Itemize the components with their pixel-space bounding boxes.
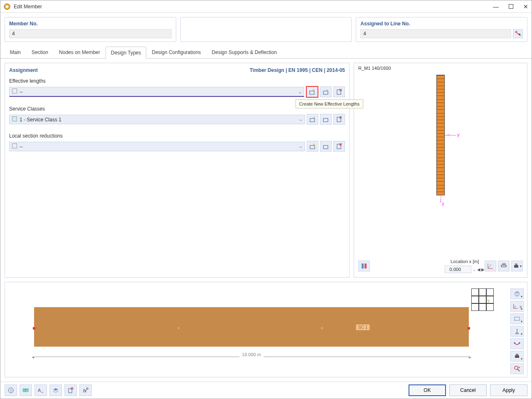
section-view: y→ ↓z — [357, 71, 525, 257]
print-icon — [514, 353, 520, 360]
view-toolbar: ▾ -y▾ ▾ ▾ ▾ — [510, 288, 524, 374]
location-prev-button[interactable]: ◀ — [477, 267, 480, 272]
location-next-button[interactable]: ▶ — [481, 267, 485, 272]
create-effective-lengths-button[interactable]: Create New Effective Lengths — [306, 86, 318, 98]
effective-lengths-combo[interactable]: -- ⌵ — [9, 87, 304, 97]
tab-main[interactable]: Main — [5, 46, 26, 58]
units-button[interactable]: 0.00 — [20, 384, 32, 396]
print-icon — [513, 263, 520, 269]
ok-button[interactable]: OK — [409, 384, 446, 396]
cube-icon — [514, 291, 520, 297]
dimension-icon: 100 — [500, 263, 507, 269]
apply-button[interactable]: Apply — [490, 384, 527, 396]
print-section-button[interactable]: ▾ — [511, 261, 523, 271]
design-standard: Timber Design | EN 1995 | CEN | 2014-05 — [250, 67, 345, 73]
formula-button[interactable]: fx — [79, 384, 92, 396]
beam-graphic — [34, 307, 469, 347]
tool-axes[interactable]: -y▾ — [510, 301, 524, 312]
location-dropdown-icon[interactable]: ⌵ — [473, 267, 475, 272]
member-no-panel: Member No. 4 — [5, 17, 176, 42]
tab-design-configurations[interactable]: Design Configurations — [146, 46, 206, 58]
cancel-button[interactable]: Cancel — [449, 384, 487, 396]
local-reductions-combo[interactable]: -- ⌵ — [9, 142, 305, 151]
edit-effective-lengths-button[interactable] — [320, 86, 332, 97]
text-icon: A — [37, 387, 44, 394]
titlebar: Edit Member — ✕ — [0, 0, 532, 13]
clear-assigned-button[interactable] — [513, 29, 523, 38]
arrow-left-icon: ◂ — [32, 354, 34, 360]
nav-cube[interactable]: -y — [471, 288, 494, 311]
formula-icon: fx — [82, 387, 89, 394]
delete-service-class-button[interactable] — [333, 114, 345, 125]
app-icon — [4, 3, 10, 10]
tabs-bar: Main Section Nodes on Member Design Type… — [0, 46, 532, 59]
tab-design-types[interactable]: Design Types — [106, 47, 147, 59]
local-reductions-label: Local section reductions — [9, 133, 345, 139]
svg-text:A: A — [38, 388, 41, 393]
tool-supports[interactable]: ▾ — [510, 326, 524, 337]
member-view: SC 1 ◂ 18.000 m ▸ -y ▾ -y▾ ▾ ▾ ▾ — [5, 282, 527, 377]
edit-item-icon — [323, 89, 329, 95]
new-item-icon — [309, 143, 316, 150]
svg-rect-6 — [323, 118, 328, 122]
axis-y: y→ — [446, 132, 451, 137]
service-classes-label: Service Classes — [9, 106, 345, 112]
assigned-line-field: 4 — [360, 29, 511, 38]
assignment-pane: Assignment Timber Design | EN 1995 | CEN… — [5, 63, 350, 278]
tab-section[interactable]: Section — [26, 46, 54, 58]
create-local-reduction-button[interactable] — [307, 141, 318, 152]
create-service-class-button[interactable] — [307, 114, 318, 125]
text-settings-button[interactable]: A — [34, 384, 47, 396]
copy-delete-icon — [67, 387, 74, 394]
tool-display[interactable]: ▾ — [510, 313, 524, 324]
tooltip: Create New Effective Lengths — [296, 99, 363, 108]
layers-button[interactable] — [49, 384, 62, 396]
tab-design-supports-deflection[interactable]: Design Supports & Deflection — [206, 46, 282, 58]
maximize-button[interactable] — [509, 4, 513, 9]
mid-dot-2 — [321, 327, 323, 329]
edit-local-reduction-button[interactable] — [320, 141, 332, 152]
minimize-button[interactable]: — — [493, 3, 499, 10]
assigned-line-panel: Assigned to Line No. 4 — [356, 17, 527, 42]
chevron-down-icon: ⌵ — [298, 89, 301, 95]
chevron-down-icon: ⌵ — [299, 143, 302, 149]
chevron-down-icon: ⌵ — [299, 116, 302, 122]
tab-nodes-on-member[interactable]: Nodes on Member — [54, 46, 106, 58]
svg-rect-3 — [323, 91, 328, 94]
tool-print[interactable]: ▾ — [510, 351, 524, 362]
new-item-icon — [309, 89, 315, 95]
svg-rect-20 — [515, 355, 519, 358]
view-settings-button[interactable] — [358, 261, 370, 271]
svg-point-30 — [86, 388, 88, 389]
node-end — [468, 327, 470, 330]
member-no-label: Member No. — [9, 21, 172, 27]
edit-service-class-button[interactable] — [320, 114, 332, 125]
axes-icon — [487, 263, 494, 269]
delete-effective-lengths-button[interactable] — [333, 86, 345, 97]
dimension-toggle-button[interactable]: 100 — [498, 261, 510, 271]
service-classes-combo[interactable]: 1 - Service Class 1 ⌵ — [9, 115, 305, 124]
edit-item-icon — [323, 116, 329, 123]
svg-point-19 — [519, 342, 520, 344]
svg-rect-8 — [310, 145, 315, 149]
svg-rect-2 — [310, 91, 314, 94]
copy-settings-button[interactable] — [64, 384, 77, 396]
section-preview-pane: R_M1 140/1600 y→ ↓z Location x [m] 0.000… — [354, 63, 527, 278]
svg-rect-15 — [514, 265, 518, 268]
axis-z: ↓z — [439, 198, 442, 203]
help-button[interactable]: ? — [5, 384, 17, 396]
svg-rect-12 — [365, 264, 367, 268]
tool-deflection[interactable] — [510, 338, 524, 349]
mid-dot-1 — [177, 327, 180, 329]
layers-icon — [52, 387, 59, 394]
tool-search-delete[interactable] — [510, 363, 524, 374]
tool-iso-view[interactable]: ▾ — [510, 288, 524, 299]
close-button[interactable]: ✕ — [523, 3, 528, 10]
svg-rect-11 — [362, 264, 364, 268]
location-label: Location x [m] — [451, 259, 479, 264]
axes-toggle-button[interactable] — [485, 261, 496, 271]
node-start — [33, 327, 35, 330]
delete-item-icon — [336, 89, 342, 95]
delete-local-reduction-button[interactable] — [333, 141, 345, 152]
location-value[interactable]: 0.000 — [445, 266, 471, 273]
